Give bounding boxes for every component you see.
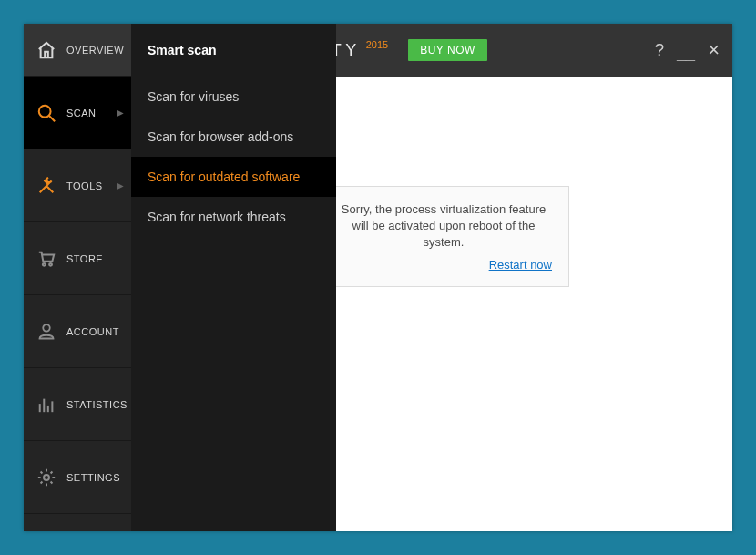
person-icon: [36, 323, 56, 341]
help-icon[interactable]: ?: [655, 41, 664, 60]
sidebar-item-overview[interactable]: OVERVIEW: [24, 24, 131, 77]
svg-point-2: [43, 262, 46, 265]
notice-text: Sorry, the process virtualization featur…: [342, 202, 546, 249]
svg-point-9: [44, 475, 49, 480]
house-icon: [36, 41, 56, 59]
minimize-icon[interactable]: __: [677, 45, 695, 64]
svg-line-1: [49, 115, 55, 120]
sidebar-item-label: STATISTICS: [66, 399, 128, 410]
tools-icon: [36, 176, 56, 196]
buy-now-button[interactable]: BUY NOW: [408, 39, 487, 61]
svg-point-0: [39, 105, 51, 117]
magnifier-icon: [36, 103, 56, 123]
sidebar-item-settings[interactable]: SETTINGS: [24, 441, 131, 514]
sidebar-item-label: STORE: [66, 253, 103, 264]
sidebar-item-label: SETTINGS: [66, 472, 120, 483]
cart-icon: [36, 250, 56, 268]
svg-point-4: [43, 324, 50, 332]
restart-now-link[interactable]: Restart now: [489, 257, 552, 273]
submenu-item-scan-outdated[interactable]: Scan for outdated software: [131, 157, 336, 197]
submenu-item-scan-addons[interactable]: Scan for browser add-ons: [131, 117, 336, 157]
close-icon[interactable]: ×: [708, 38, 720, 62]
submenu-item-scan-viruses[interactable]: Scan for viruses: [131, 77, 336, 117]
chevron-right-icon: ▶: [117, 180, 125, 190]
svg-point-3: [49, 262, 52, 265]
sidebar: OVERVIEW SCAN ▶ TOOLS ▶ STORE AC: [24, 24, 131, 531]
app-title-year: 2015: [366, 39, 388, 50]
sidebar-item-account[interactable]: ACCOUNT: [24, 295, 131, 368]
sidebar-item-label: ACCOUNT: [66, 326, 119, 337]
sidebar-item-statistics[interactable]: STATISTICS: [24, 368, 131, 441]
window-controls: ? __ ×: [655, 24, 720, 77]
sidebar-item-label: OVERVIEW: [66, 45, 124, 56]
sidebar-item-tools[interactable]: TOOLS ▶: [24, 149, 131, 222]
sidebar-item-label: SCAN: [66, 108, 97, 118]
sidebar-item-scan[interactable]: SCAN ▶: [24, 77, 131, 149]
chevron-right-icon: ▶: [117, 108, 125, 118]
submenu-item-smart-scan[interactable]: Smart scan: [131, 24, 336, 77]
bars-icon: [36, 396, 56, 414]
sidebar-item-store[interactable]: STORE: [24, 222, 131, 295]
sidebar-item-label: TOOLS: [66, 180, 103, 191]
submenu-item-scan-network[interactable]: Scan for network threats: [131, 197, 336, 237]
gear-icon: [36, 468, 56, 488]
app-window: ERNET SECURITY 2015 BUY NOW ? __ × OVERV…: [24, 24, 732, 531]
scan-submenu: Smart scan Scan for viruses Scan for bro…: [131, 24, 336, 531]
